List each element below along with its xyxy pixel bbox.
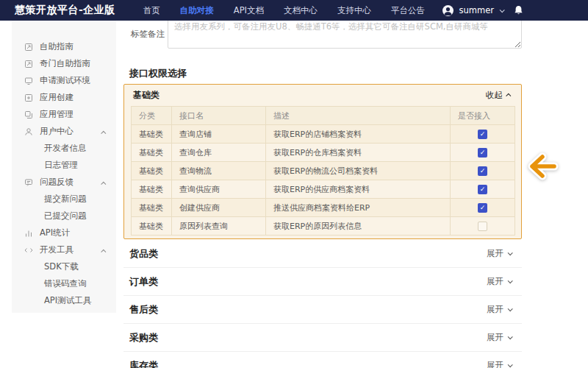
- category-section-采购类: 采购类展开: [123, 324, 522, 352]
- main-content: 标签备注 接口权限选择 基础类 收起 分类 接口名 描述 是否接入: [123, 0, 522, 368]
- sidebar-item-label: API统计: [40, 227, 70, 238]
- top-navbar: 慧策开放平台-企业版 首页自助对接API文档文档中心支持中心平台公告 summe…: [0, 0, 588, 21]
- cell-description: 获取ERP的仓库档案资料: [266, 144, 451, 162]
- category-sections: 货品类展开订单类展开售后类展开采购类展开库存类展开: [123, 240, 522, 368]
- sidebar-item-label: 已提交问题: [44, 210, 87, 222]
- sidebar-item-错误码查询[interactable]: 错误码查询: [12, 275, 116, 292]
- checkbox-checked-icon[interactable]: ✓: [478, 185, 487, 194]
- sidebar-item-label: 自助指南: [40, 41, 74, 52]
- feedback-icon: [24, 177, 33, 187]
- chevron-down-icon[interactable]: [500, 7, 505, 13]
- permission-section-title: 接口权限选择: [129, 67, 187, 80]
- table-row: 基础类查询店铺获取ERP的店铺档案资料✓: [132, 125, 515, 144]
- checkbox-checked-icon[interactable]: ✓: [478, 148, 487, 158]
- notification-bell-icon[interactable]: [514, 5, 523, 15]
- chevron-up-icon: [506, 93, 511, 99]
- expand-label: 展开: [487, 360, 503, 368]
- category-section-售后类: 售后类展开: [123, 296, 522, 324]
- sidebar-item-label: 提交新问题: [44, 194, 87, 205]
- app-manage-icon: [24, 110, 33, 119]
- nav-item-平台公告[interactable]: 平台公告: [391, 5, 425, 16]
- nav-item-文档中心[interactable]: 文档中心: [284, 5, 318, 16]
- sidebar-item-已提交问题[interactable]: 已提交问题: [12, 208, 116, 224]
- nav-item-首页[interactable]: 首页: [143, 5, 160, 16]
- sidebar: 自助指南奇门自助指南申请测试环境应用创建应用管理用户中心开发者信息日志管理问题反…: [12, 21, 116, 313]
- column-header-description: 描述: [266, 107, 451, 125]
- table-row: 基础类原因列表查询获取ERP的原因列表信息: [132, 217, 515, 236]
- sidebar-item-自助指南[interactable]: 自助指南: [12, 38, 116, 55]
- expand-label: 展开: [487, 332, 503, 343]
- user-avatar[interactable]: [442, 5, 453, 16]
- sidebar-item-SDK下载[interactable]: SDK下载: [12, 258, 116, 275]
- cell-category: 基础类: [132, 144, 172, 162]
- nav-item-支持中心[interactable]: 支持中心: [337, 5, 371, 16]
- expand-button[interactable]: 展开: [487, 360, 512, 368]
- nav-item-API文档[interactable]: API文档: [234, 5, 264, 16]
- cell-category: 基础类: [132, 199, 172, 217]
- sidebar-item-应用管理[interactable]: 应用管理: [12, 106, 116, 123]
- sidebar-item-日志管理[interactable]: 日志管理: [12, 157, 116, 174]
- sidebar-item-API统计[interactable]: API统计: [12, 224, 116, 241]
- sidebar-item-开发工具[interactable]: 开发工具: [12, 241, 116, 258]
- basic-panel-title: 基础类: [133, 89, 159, 102]
- cell-api-name: 创建供应商: [172, 199, 266, 217]
- chevron-up-icon: [102, 245, 106, 255]
- navbar-user-area: summer: [442, 0, 524, 21]
- guide-icon: [24, 59, 33, 68]
- cell-enabled: ✓: [451, 144, 515, 162]
- expand-label: 展开: [487, 248, 503, 259]
- annotation-arrow-left-icon: [520, 150, 560, 183]
- expand-button[interactable]: 展开: [487, 304, 512, 315]
- brand-logo: 慧策开放平台-企业版: [15, 4, 115, 17]
- cell-enabled: ✓: [451, 125, 515, 144]
- sidebar-item-应用创建[interactable]: 应用创建: [12, 89, 116, 106]
- sidebar-item-label: API测试工具: [44, 295, 91, 306]
- section-title: 采购类: [129, 331, 158, 344]
- sidebar-item-提交新问题[interactable]: 提交新问题: [12, 191, 116, 208]
- cell-api-name: 查询店铺: [172, 125, 266, 144]
- cell-description: 获取ERP的供应商档案资料: [266, 180, 451, 199]
- collapse-button[interactable]: 收起: [486, 90, 511, 101]
- tag-note-textarea[interactable]: [168, 16, 522, 49]
- sidebar-item-label: 申请测试环境: [40, 75, 90, 86]
- checkbox-unchecked-icon: [478, 222, 487, 231]
- basic-category-panel: 基础类 收起 分类 接口名 描述 是否接入 基础类查询店铺获取ERP的店铺档案资…: [123, 84, 522, 239]
- sidebar-item-API测试工具[interactable]: API测试工具: [12, 292, 116, 309]
- category-section-库存类: 库存类展开: [123, 352, 522, 368]
- tag-note-label: 标签备注: [131, 29, 165, 40]
- table-row: 基础类查询物流获取ERP的物流公司档案资料✓: [132, 162, 515, 180]
- checkbox-checked-icon[interactable]: ✓: [478, 166, 487, 176]
- chevron-down-icon: [508, 306, 513, 311]
- chevron-down-icon: [508, 362, 513, 367]
- cell-category: 基础类: [132, 162, 172, 180]
- checkbox-checked-icon[interactable]: ✓: [478, 203, 487, 213]
- sidebar-item-申请测试环境[interactable]: 申请测试环境: [12, 72, 116, 89]
- app-create-icon: [24, 93, 33, 102]
- sidebar-item-用户中心[interactable]: 用户中心: [12, 123, 116, 140]
- checkbox-checked-icon[interactable]: ✓: [478, 130, 487, 139]
- sidebar-item-label: 开发工具: [40, 244, 74, 255]
- sidebar-item-开发者信息[interactable]: 开发者信息: [12, 140, 116, 157]
- stats-icon: [24, 228, 33, 238]
- expand-button[interactable]: 展开: [487, 276, 512, 287]
- table-header-row: 分类 接口名 描述 是否接入: [132, 107, 515, 125]
- collapse-label: 收起: [486, 90, 503, 101]
- basic-panel-header[interactable]: 基础类 收起: [124, 85, 521, 106]
- sidebar-item-label: SDK下载: [44, 261, 79, 272]
- column-header-enabled: 是否接入: [451, 107, 515, 125]
- cell-category: 基础类: [132, 125, 172, 144]
- sidebar-item-label: 开发者信息: [44, 143, 87, 154]
- sidebar-item-label: 应用创建: [40, 92, 74, 103]
- table-row: 基础类查询供应商获取ERP的供应商档案资料✓: [132, 180, 515, 199]
- expand-button[interactable]: 展开: [487, 332, 512, 343]
- username-label[interactable]: summer: [459, 5, 495, 15]
- cell-enabled: ✓: [451, 199, 515, 217]
- sidebar-item-奇门自助指南[interactable]: 奇门自助指南: [12, 55, 116, 72]
- nav-item-自助对接[interactable]: 自助对接: [180, 5, 214, 16]
- sidebar-item-问题反馈[interactable]: 问题反馈: [12, 174, 116, 191]
- cell-api-name: 查询供应商: [172, 180, 266, 199]
- sidebar-item-label: 问题反馈: [40, 177, 74, 188]
- chevron-down-icon: [508, 278, 513, 283]
- expand-button[interactable]: 展开: [487, 248, 512, 259]
- column-header-category: 分类: [132, 107, 172, 125]
